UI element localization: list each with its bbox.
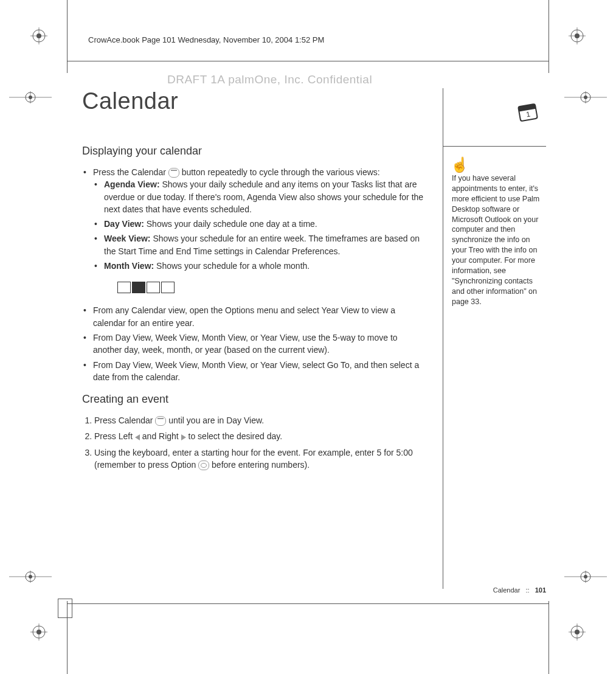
text: and Right: [142, 431, 181, 441]
draft-watermark: DRAFT 1A palmOne, Inc. Confidential: [167, 73, 372, 86]
tip-hand-icon: ☝: [451, 155, 469, 175]
bullet-press-calendar: Press the Calendar button repeatedly to …: [82, 166, 427, 293]
text: button repeatedly to cycle through the v…: [182, 167, 380, 177]
svg-point-13: [584, 96, 587, 99]
text: Shows your schedule for an entire week. …: [104, 234, 420, 255]
registration-mark-icon: [569, 27, 586, 44]
text: Press the Calendar: [93, 167, 168, 177]
footer-page-number: 101: [535, 586, 546, 594]
bullet-5way: From Day View, Week View, Month View, or…: [82, 332, 427, 356]
registration-mark-icon: [30, 27, 47, 44]
view-item-month: Month View: Shows your schedule for a wh…: [93, 260, 427, 272]
view-item-agenda: Agenda View: Shows your daily schedule a…: [93, 178, 427, 215]
text: Press Calendar: [94, 415, 155, 425]
crop-rule: [549, 0, 549, 73]
svg-point-15: [584, 575, 587, 578]
registration-mark-icon: [569, 624, 586, 641]
svg-point-1: [36, 33, 41, 38]
registration-mark-icon: [9, 571, 52, 583]
arrow-right-icon: [181, 434, 186, 440]
calendar-button-icon: [155, 416, 166, 426]
crop-rule: [67, 61, 549, 61]
option-button-icon: [198, 460, 209, 470]
text: until you are in Day View.: [168, 415, 264, 425]
arrow-left-icon: [135, 434, 140, 440]
crop-rule: [67, 0, 67, 73]
text: to select the desired day.: [189, 431, 283, 441]
registration-mark-icon: [564, 571, 607, 583]
footer-separator: ::: [525, 586, 529, 594]
calendar-button-icon: [168, 168, 179, 178]
svg-point-9: [29, 96, 32, 99]
step-1: Press Calendar until you are in Day View…: [94, 414, 427, 426]
svg-point-3: [575, 33, 580, 38]
label: Day View:: [104, 219, 144, 229]
label: Agenda View:: [104, 179, 160, 189]
sidebar-divider: [443, 146, 546, 147]
crop-rule: [549, 601, 549, 674]
week-view-icon: [147, 282, 160, 293]
step-2: Press Left and Right to select the desir…: [94, 430, 427, 442]
svg-point-11: [29, 575, 32, 578]
day-view-icon: [132, 282, 145, 293]
label: Month View:: [104, 261, 154, 271]
footer-section: Calendar: [493, 586, 521, 594]
section-heading-displaying: Displaying your calendar: [82, 145, 427, 158]
bullet-goto: From Day View, Week View, Month View, or…: [82, 359, 427, 384]
page-title: Calendar: [82, 88, 427, 114]
label: Week View:: [104, 234, 151, 243]
view-item-day: Day View: Shows your daily schedule one …: [93, 218, 427, 230]
agenda-view-icon: [117, 282, 131, 293]
month-view-icon: [161, 282, 175, 293]
bullet-year-view: From any Calendar view, open the Options…: [82, 304, 427, 329]
text: before entering numbers).: [212, 460, 310, 470]
registration-mark-icon: [30, 624, 47, 641]
crop-rule: [67, 603, 549, 604]
registration-mark-icon: [9, 91, 52, 103]
view-item-week: Week View: Shows your schedule for an en…: [93, 232, 427, 257]
step-3: Using the keyboard, enter a starting hou…: [94, 446, 427, 471]
view-switcher-graphic: [117, 282, 427, 293]
registration-mark-icon: [564, 91, 607, 103]
corner-box: [58, 599, 72, 618]
running-head: CrowAce.book Page 101 Wednesday, Novembe…: [88, 35, 324, 44]
text: Shows your daily schedule one day at a t…: [144, 219, 317, 229]
section-heading-creating: Creating an event: [82, 393, 427, 406]
page-footer: Calendar :: 101: [493, 586, 546, 594]
svg-point-5: [36, 630, 41, 634]
svg-point-7: [575, 630, 580, 634]
text: Shows your schedule for a whole month.: [154, 261, 310, 271]
calendar-badge-icon: 1: [516, 100, 540, 125]
text: Press Left: [94, 431, 135, 441]
sidebar-tip-text: If you have several appointments to ente…: [452, 173, 546, 307]
